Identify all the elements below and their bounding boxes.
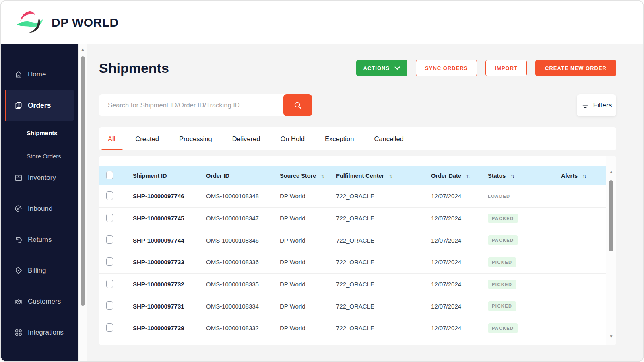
order-date: 12/07/2024	[431, 281, 488, 288]
shipment-row[interactable]: SHP-10000097744 OMS-10000108346 DP World…	[99, 229, 606, 251]
order-date: 12/07/2024	[431, 215, 488, 222]
sidebar-item-integrations[interactable]: Integrations	[1, 326, 78, 339]
tab-on-hold[interactable]: On Hold	[270, 127, 315, 150]
sort-icon[interactable]: ↑↓	[466, 173, 469, 179]
shipment-row[interactable]: SHP-10000097729 OMS-10000108332 DP World…	[99, 317, 606, 339]
source-store: DP World	[280, 325, 336, 331]
row-checkbox[interactable]	[106, 280, 113, 288]
inbound-icon	[14, 205, 23, 213]
source-store: DP World	[280, 303, 336, 310]
source-store: DP World	[280, 215, 336, 222]
shipment-row[interactable]: SHP-10000097732 OMS-10000108335 DP World…	[99, 274, 606, 296]
scroll-up-icon[interactable]: ▲	[609, 170, 613, 174]
page-title: Shipments	[99, 60, 169, 76]
sidebar-item-home[interactable]: Home	[1, 68, 78, 81]
column-header-fulfilment-center: Fulfilment Center↑↓	[336, 173, 431, 179]
billing-icon	[14, 267, 23, 275]
sidebar-scrollbar-thumb[interactable]	[80, 56, 85, 306]
search-button[interactable]	[283, 94, 312, 116]
row-checkbox[interactable]	[106, 235, 113, 244]
row-checkbox[interactable]	[106, 191, 113, 200]
shipment-row[interactable]: SHP-10000097746 OMS-10000108348 DP World…	[99, 185, 606, 208]
shipment-row[interactable]: SHP-10000097731 OMS-10000108334 DP World…	[99, 295, 606, 317]
column-header-status: Status↑↓	[488, 173, 561, 179]
sidebar-item-store-orders[interactable]: Store Orders	[1, 150, 78, 162]
shipment-id: SHP-10000097744	[133, 237, 206, 244]
source-store: DP World	[280, 259, 336, 265]
status-cell: PICKED	[488, 257, 561, 267]
fulfilment-center: 722_ORACLE	[336, 259, 431, 265]
row-checkbox-cell	[99, 301, 133, 311]
tab-created[interactable]: Created	[125, 127, 169, 150]
fulfilment-center: 722_ORACLE	[336, 193, 431, 200]
sort-icon[interactable]: ↑↓	[389, 173, 392, 179]
sync-orders-button[interactable]: SYNC ORDERS	[416, 60, 477, 76]
sidebar-scrollbar[interactable]: ▲	[78, 44, 87, 362]
scroll-down-icon[interactable]: ▼	[609, 335, 613, 339]
search-icon	[293, 101, 302, 110]
column-header-order-id: Order ID	[206, 173, 280, 179]
table-scrollbar[interactable]: ▲ ▼	[606, 156, 616, 345]
import-button[interactable]: IMPORT	[485, 60, 527, 76]
status-badge: PACKED	[488, 323, 518, 333]
table-scrollbar-thumb[interactable]	[609, 180, 613, 251]
source-store: DP World	[280, 281, 336, 288]
create-new-order-button[interactable]: CREATE NEW ORDER	[535, 60, 616, 76]
select-all-checkbox[interactable]	[106, 171, 113, 179]
scroll-up-icon[interactable]: ▲	[81, 47, 85, 51]
actions-button[interactable]: ACTIONS	[356, 60, 408, 76]
sidebar-item-inbound[interactable]: Inbound	[1, 202, 78, 216]
sidebar-item-inventory[interactable]: Inventory	[1, 171, 78, 185]
row-checkbox-cell	[99, 280, 133, 289]
order-id: OMS-10000108335	[206, 281, 280, 288]
order-id: OMS-10000108346	[206, 237, 280, 244]
sidebar-item-customers[interactable]: Customers	[1, 295, 78, 309]
shipment-row[interactable]: SHP-10000097733 OMS-10000108336 DP World…	[99, 251, 606, 274]
filter-icon	[581, 102, 589, 108]
row-checkbox[interactable]	[106, 301, 113, 310]
search-input[interactable]	[99, 94, 286, 116]
tab-exception[interactable]: Exception	[315, 127, 364, 150]
order-date: 12/07/2024	[431, 303, 488, 310]
chevron-down-icon	[394, 66, 400, 70]
shipment-id: SHP-10000097733	[133, 259, 206, 265]
row-checkbox[interactable]	[106, 257, 113, 266]
order-id: OMS-10000108332	[206, 325, 280, 331]
search-box	[99, 94, 312, 116]
returns-icon	[14, 236, 23, 244]
row-checkbox[interactable]	[106, 323, 113, 332]
tab-processing[interactable]: Processing	[169, 127, 222, 150]
tab-cancelled[interactable]: Cancelled	[364, 127, 413, 150]
sort-icon[interactable]: ↑↓	[510, 173, 514, 179]
status-cell: PACKED	[488, 235, 561, 245]
filters-button[interactable]: Filters	[577, 94, 616, 116]
sort-icon[interactable]: ↑↓	[582, 173, 586, 179]
sort-icon[interactable]: ↑↓	[321, 173, 324, 179]
status-cell: PACKED	[488, 323, 561, 333]
brand-logo: DP WORLD	[16, 10, 119, 35]
sidebar-item-orders[interactable]: Orders	[5, 90, 74, 121]
tab-delivered[interactable]: Delivered	[222, 127, 270, 150]
column-header-shipment-id: Shipment ID	[133, 173, 206, 179]
home-icon	[14, 70, 23, 78]
sidebar-item-shipments[interactable]: Shipments	[1, 127, 78, 138]
column-header-alerts: Alerts↑↓	[561, 173, 606, 179]
status-tabs: AllCreatedProcessingDeliveredOn HoldExce…	[99, 127, 616, 150]
source-store: DP World	[280, 193, 336, 200]
fulfilment-center: 722_ORACLE	[336, 215, 431, 222]
shipment-id: SHP-10000097746	[133, 193, 206, 200]
row-checkbox[interactable]	[106, 214, 113, 222]
order-date: 12/07/2024	[431, 325, 488, 331]
order-date: 12/07/2024	[431, 259, 488, 265]
dpworld-globe-icon	[16, 10, 45, 35]
sidebar-item-returns[interactable]: Returns	[1, 233, 78, 247]
source-store: DP World	[280, 237, 336, 244]
shipment-row[interactable]: SHP-10000097745 OMS-10000108347 DP World…	[99, 208, 606, 230]
order-id: OMS-10000108348	[206, 193, 280, 200]
order-date: 12/07/2024	[431, 237, 488, 244]
order-id: OMS-10000108347	[206, 215, 280, 222]
sidebar-item-billing[interactable]: Billing	[1, 264, 78, 278]
tab-all[interactable]: All	[99, 127, 125, 150]
shipments-table: Shipment ID Order ID Source Store↑↓ Fulf…	[99, 156, 616, 345]
shipment-id: SHP-10000097731	[133, 303, 206, 310]
